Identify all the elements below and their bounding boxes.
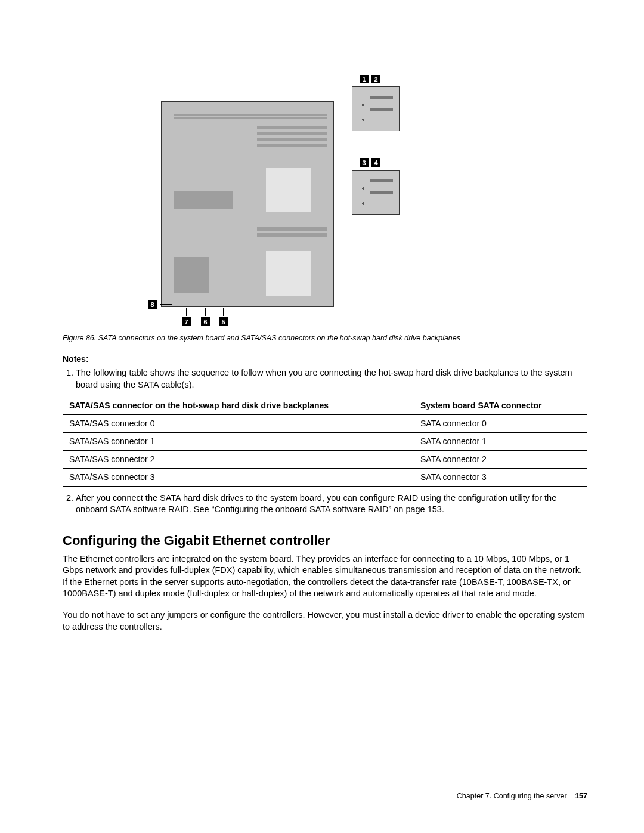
table-cell: SATA/SAS connector 2 xyxy=(63,450,414,468)
callout-7: 7 xyxy=(182,317,191,326)
footer-page-number: 157 xyxy=(575,792,587,800)
callout-4: 4 xyxy=(371,158,380,167)
notes-item-1-text: The following table shows the sequence t… xyxy=(76,368,572,389)
page-footer: Chapter 7. Configuring the server 157 xyxy=(457,792,587,800)
table-row: SATA/SAS connector 1 SATA connector 1 xyxy=(63,432,587,450)
table-row: SATA/SAS connector 3 SATA connector 3 xyxy=(63,468,587,486)
table-cell: SATA/SAS connector 3 xyxy=(63,468,414,486)
callout-2: 2 xyxy=(371,75,380,83)
table-cell: SATA connector 3 xyxy=(414,468,587,486)
table-cell: SATA connector 1 xyxy=(414,432,587,450)
section-paragraph-2: You do not have to set any jumpers or co… xyxy=(63,609,587,633)
leader-line xyxy=(186,308,187,316)
callout-3: 3 xyxy=(360,158,369,167)
section-title: Configuring the Gigabit Ethernet control… xyxy=(63,533,587,549)
table-cell: SATA connector 0 xyxy=(414,415,587,433)
figure-caption: Figure 86. SATA connectors on the system… xyxy=(63,334,587,342)
table-cell: SATA/SAS connector 1 xyxy=(63,432,414,450)
leader-line xyxy=(223,308,224,316)
backplane-graphic-top xyxy=(352,86,400,131)
leader-line xyxy=(205,308,206,316)
document-page: 1 2 3 4 5 6 7 8 Figure 86. SATA connecto… xyxy=(0,0,644,833)
notes-list: The following table shows the sequence t… xyxy=(76,367,587,516)
callout-1: 1 xyxy=(360,75,369,83)
notes-heading: Notes: xyxy=(63,354,587,364)
figure-86-diagram: 1 2 3 4 5 6 7 8 xyxy=(116,72,534,328)
table-header-1: SATA/SAS connector on the hot-swap hard … xyxy=(63,397,414,415)
table-header-2: System board SATA connector xyxy=(414,397,587,415)
callout-8: 8 xyxy=(148,300,157,309)
notes-item-1: The following table shows the sequence t… xyxy=(76,367,587,487)
callout-6: 6 xyxy=(201,317,210,326)
table-row: SATA/SAS connector 0 SATA connector 0 xyxy=(63,415,587,433)
notes-item-2: After you connect the SATA hard disk dri… xyxy=(76,493,587,516)
table-cell: SATA/SAS connector 0 xyxy=(63,415,414,433)
connector-table: SATA/SAS connector on the hot-swap hard … xyxy=(63,397,587,486)
backplane-graphic-bottom xyxy=(352,170,400,215)
section-paragraph-1: The Ethernet controllers are integrated … xyxy=(63,553,587,600)
table-row: SATA/SAS connector 2 SATA connector 2 xyxy=(63,450,587,468)
section-separator xyxy=(63,527,587,527)
callout-5: 5 xyxy=(219,317,228,326)
table-cell: SATA connector 2 xyxy=(414,450,587,468)
footer-chapter: Chapter 7. Configuring the server xyxy=(457,792,567,800)
leader-line xyxy=(160,304,172,305)
system-board-graphic xyxy=(161,101,334,307)
